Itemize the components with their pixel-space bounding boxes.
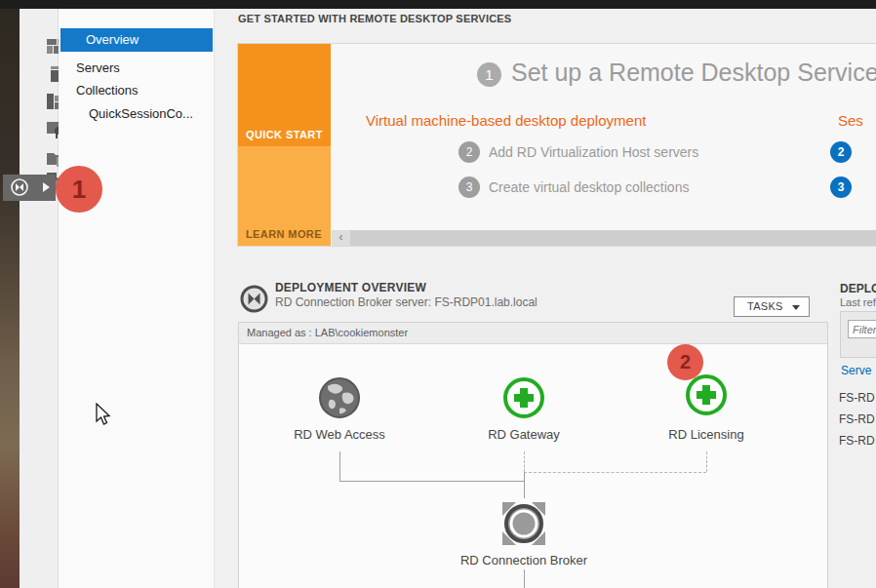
dropdown-arrow-icon [792, 305, 800, 310]
managed-as-bar: Managed as : LAB\cookiemonster [239, 323, 827, 344]
nav-item-servers[interactable]: Servers [60, 57, 213, 79]
rd-connection-broker-node[interactable] [498, 498, 549, 553]
remote-desktop-services-icon [10, 177, 29, 197]
horizontal-scrollbar[interactable]: ‹ [332, 230, 876, 246]
rd-web-access-node[interactable] [318, 376, 361, 423]
deployment-servers-title-clipped: DEPLO [840, 282, 876, 295]
step-3-label: Create virtual desktop collections [489, 176, 689, 198]
rd-connection-broker-label: RD Connection Broker [436, 553, 612, 568]
quick-start-tab-label: QUICK START [246, 129, 323, 140]
rds-nav-panel: Overview Servers Collections QuickSessio… [59, 9, 215, 588]
rd-gateway-label: RD Gateway [436, 427, 612, 442]
connector-broker-vertical [524, 472, 525, 498]
connector-gateway-licensing-horizontal [524, 472, 706, 473]
server-row-1[interactable]: FS-RD [839, 391, 875, 405]
scroll-left-icon: ‹ [339, 230, 343, 244]
session-deployment-column-title-clipped[interactable]: Ses [838, 112, 863, 129]
sidebar-icon-rail [20, 9, 59, 588]
quick-start-panel: QUICK START LEARN MORE 1 Set up a Remote… [237, 43, 876, 247]
filter-input[interactable] [848, 320, 876, 338]
rds-flyout-arrow-icon[interactable] [43, 182, 50, 192]
tab-learn-more[interactable]: LEARN MORE [238, 146, 331, 246]
deployment-overview-rds-icon [240, 285, 268, 313]
step-1-circle: 1 [477, 62, 501, 87]
deployment-overview-subtitle: RD Connection Broker server: FS-RDP01.la… [275, 295, 538, 309]
server-manager-window: 1 Overview Servers Collections QuickSess… [0, 0, 876, 588]
deployment-servers-refreshed-clipped: Last ref [840, 296, 876, 308]
step-2-label: Add RD Virtualization Host servers [489, 141, 698, 163]
page-title: GET STARTED WITH REMOTE DESKTOP SERVICES [238, 13, 511, 24]
step-3-circle: 3 [458, 176, 480, 198]
connection-broker-icon [498, 498, 549, 549]
tab-quick-start[interactable]: QUICK START [238, 44, 331, 146]
nav-item-quicksessioncollection[interactable]: QuickSessionCo... [60, 102, 213, 125]
managed-as-text: Managed as : LAB\cookiemonster [239, 323, 827, 343]
globe-icon [318, 376, 361, 419]
deployment-overview-panel: Managed as : LAB\cookiemonster RD Web Ac… [238, 322, 828, 588]
desktop-background-sliver [0, 9, 20, 588]
rd-gateway-add-node[interactable] [503, 377, 544, 418]
rd-licensing-label: RD Licensing [618, 427, 794, 442]
tasks-dropdown-button[interactable]: TASKS [734, 296, 810, 317]
connector-webaccess-vertical [339, 451, 340, 481]
rd-web-access-label: RD Web Access [252, 427, 427, 442]
mouse-cursor-icon [95, 403, 112, 428]
connector-gateway-vertical [524, 451, 525, 472]
server-column-header-clipped[interactable]: Serve [841, 364, 871, 377]
connector-below-broker-vertical [524, 569, 525, 588]
scroll-left-button[interactable]: ‹ [332, 230, 350, 246]
connector-licensing-vertical [706, 451, 707, 472]
quick-start-heading-link[interactable]: Set up a Remote Desktop Services [511, 59, 876, 87]
sidebar-item-remote-desktop-services[interactable] [3, 175, 56, 201]
connector-webaccess-horizontal [339, 481, 524, 482]
deployment-overview-title: DEPLOYMENT OVERVIEW [275, 281, 426, 294]
annotation-badge-2: 2 [667, 344, 703, 380]
nav-item-collections[interactable]: Collections [60, 79, 213, 101]
server-row-2[interactable]: FS-RD [839, 412, 875, 426]
tasks-label: TASKS [747, 297, 783, 316]
rd-licensing-add-node[interactable] [686, 374, 727, 415]
vm-deployment-column-title[interactable]: Virtual machine-based desktop deployment [366, 112, 646, 129]
learn-more-tab-label: LEARN MORE [246, 228, 322, 240]
annotation-badge-1: 1 [56, 166, 102, 213]
server-row-3[interactable]: FS-RD [839, 434, 875, 448]
window-top-bar [0, 0, 876, 9]
session-step-3-circle[interactable]: 3 [830, 176, 852, 198]
nav-item-overview[interactable]: Overview [60, 28, 213, 52]
session-step-2-circle[interactable]: 2 [830, 141, 852, 163]
step-2-circle: 2 [458, 141, 480, 163]
